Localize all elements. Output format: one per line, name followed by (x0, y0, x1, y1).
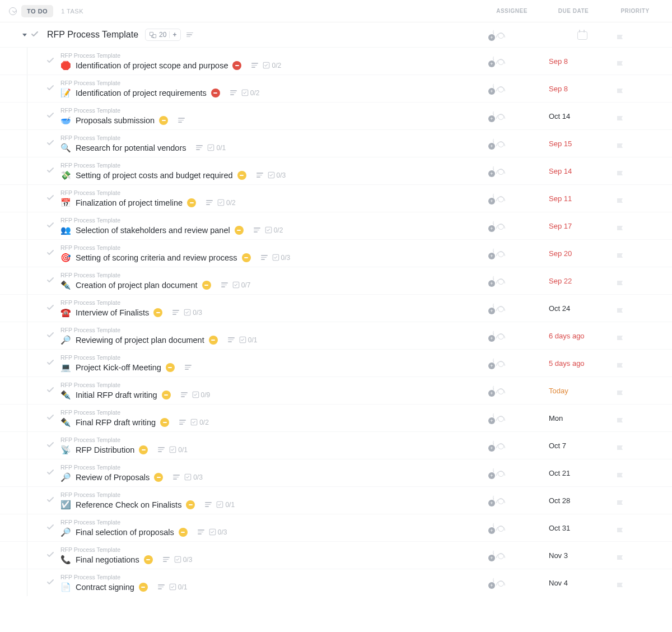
complete-check-icon[interactable] (46, 578, 55, 588)
task-row[interactable]: RFP Process Template ✒️ Creation of proj… (0, 267, 672, 294)
assignee-cell[interactable]: + (493, 551, 549, 560)
assignee-cell[interactable]: + (493, 578, 549, 587)
subtask-count-pill[interactable]: 20 + (145, 29, 181, 41)
description-icon[interactable] (196, 145, 203, 150)
task-row[interactable]: RFP Process Template 🔎 Review of Proposa… (0, 459, 672, 486)
complete-check-icon[interactable] (46, 440, 55, 451)
description-icon[interactable] (181, 392, 188, 397)
task-title[interactable]: Final selection of proposals (76, 528, 174, 537)
checklist-indicator[interactable]: 0/3 (272, 254, 291, 262)
due-date-cell[interactable]: Sep 14 (549, 166, 616, 175)
due-date-cell[interactable]: Sep 8 (549, 84, 616, 93)
complete-check-icon[interactable] (46, 523, 55, 533)
assignee-cell[interactable]: + (493, 304, 549, 313)
complete-check-icon[interactable] (46, 138, 55, 149)
group-due-cell[interactable] (549, 30, 616, 40)
due-date-cell[interactable]: Sep 20 (549, 249, 616, 258)
complete-check-icon[interactable] (46, 193, 55, 204)
checklist-indicator[interactable]: 0/1 (169, 446, 188, 454)
due-date-cell[interactable]: Oct 31 (549, 523, 616, 532)
assignee-placeholder-icon[interactable]: + (493, 221, 494, 231)
assignee-placeholder-icon[interactable]: + (493, 303, 494, 313)
task-row[interactable]: RFP Process Template 📅 Finalization of p… (0, 184, 672, 212)
complete-check-icon[interactable] (46, 56, 55, 67)
due-date-cell[interactable]: Nov 3 (549, 551, 616, 560)
description-icon[interactable] (205, 502, 212, 507)
description-icon[interactable] (186, 32, 193, 38)
assignee-cell[interactable]: + (493, 359, 549, 368)
task-row[interactable]: RFP Process Template 📝 Identification of… (0, 75, 672, 102)
task-row[interactable]: RFP Process Template 🛑 Identification of… (0, 47, 672, 75)
assignee-cell[interactable]: + (493, 84, 549, 93)
task-row[interactable]: RFP Process Template 💸 Setting of projec… (0, 157, 672, 184)
checklist-indicator[interactable]: 0/3 (174, 556, 193, 564)
checklist-indicator[interactable]: 0/1 (169, 583, 188, 591)
task-row[interactable]: RFP Process Template ☑️ Reference Check … (0, 486, 672, 514)
complete-check-icon[interactable] (46, 331, 55, 341)
description-icon[interactable] (256, 173, 263, 178)
due-date-cell[interactable]: Oct 21 (549, 468, 616, 477)
description-icon[interactable] (198, 529, 204, 535)
checklist-indicator[interactable]: 0/1 (239, 336, 258, 344)
description-icon[interactable] (261, 255, 268, 260)
assignee-cell[interactable]: + (493, 166, 549, 175)
task-status-dot[interactable] (232, 61, 241, 70)
column-header-due-date[interactable]: DUE DATE (540, 8, 607, 14)
task-row[interactable]: RFP Process Template 👥 Selection of stak… (0, 212, 672, 239)
task-row[interactable]: RFP Process Template 📄 Contract signing … (0, 569, 672, 596)
due-date-cell[interactable]: Oct 14 (549, 111, 616, 120)
task-status-dot[interactable] (235, 226, 244, 235)
add-subtask-plus[interactable]: + (172, 31, 176, 39)
description-icon[interactable] (230, 90, 237, 95)
checklist-indicator[interactable]: 0/2 (217, 199, 236, 207)
assignee-placeholder-icon[interactable]: + (493, 138, 494, 148)
task-status-dot[interactable] (162, 391, 171, 399)
description-icon[interactable] (251, 63, 258, 68)
task-title[interactable]: Contract signing (76, 583, 134, 592)
due-date-cell[interactable]: Sep 22 (549, 276, 616, 285)
description-icon[interactable] (254, 227, 260, 233)
group-title[interactable]: RFP Process Template (47, 30, 138, 40)
complete-check-icon[interactable] (46, 111, 55, 122)
task-row[interactable]: RFP Process Template ☎️ Interview of Fin… (0, 294, 672, 322)
assignee-placeholder-icon[interactable]: + (493, 193, 494, 203)
assignee-placeholder-icon[interactable]: + (493, 440, 494, 450)
task-status-dot[interactable] (153, 308, 162, 317)
task-row[interactable]: RFP Process Template ✒️ Initial RFP draf… (0, 377, 672, 404)
checklist-indicator[interactable]: 0/1 (216, 501, 235, 509)
assignee-placeholder-icon[interactable]: + (493, 111, 494, 121)
assignee-placeholder-icon[interactable]: + (493, 550, 494, 560)
assignee-placeholder-icon[interactable]: + (493, 166, 494, 176)
task-row[interactable]: RFP Process Template 🎯 Setting of scorin… (0, 239, 672, 267)
task-title[interactable]: Final RFP draft writing (76, 418, 156, 427)
task-status-dot[interactable] (202, 281, 211, 290)
assignee-cell[interactable]: + (493, 194, 549, 203)
task-status-dot[interactable] (166, 363, 175, 372)
due-date-cell[interactable]: Nov 4 (549, 578, 616, 587)
assignee-placeholder-icon[interactable]: + (493, 30, 494, 40)
due-date-cell[interactable]: Sep 8 (549, 57, 616, 66)
complete-check-icon[interactable] (46, 303, 55, 314)
description-icon[interactable] (158, 447, 165, 452)
checklist-indicator[interactable]: 0/2 (241, 89, 260, 97)
task-status-dot[interactable] (144, 555, 153, 564)
assignee-placeholder-icon[interactable]: + (493, 358, 494, 368)
complete-check-icon[interactable] (46, 358, 55, 369)
checklist-indicator[interactable]: 0/3 (268, 171, 286, 179)
due-date-cell[interactable]: Oct 7 (549, 441, 616, 450)
assignee-placeholder-icon[interactable]: + (493, 523, 494, 533)
assignee-placeholder-icon[interactable]: + (493, 495, 494, 505)
column-header-priority[interactable]: PRIORITY (607, 8, 663, 14)
checklist-indicator[interactable]: 0/3 (184, 309, 202, 317)
complete-check-icon[interactable] (46, 385, 55, 396)
complete-check-icon[interactable] (46, 166, 55, 176)
task-title[interactable]: Identification of project scope and purp… (76, 61, 228, 70)
assignee-cell[interactable]: + (493, 468, 549, 477)
task-status-dot[interactable] (242, 253, 251, 262)
assignee-cell[interactable]: + (493, 139, 549, 148)
assignee-placeholder-icon[interactable]: + (493, 83, 494, 94)
task-status-dot[interactable] (154, 473, 163, 482)
task-row[interactable]: RFP Process Template ✒️ Final RFP draft … (0, 404, 672, 431)
task-title[interactable]: Research for potential vendors (76, 143, 186, 152)
description-icon[interactable] (163, 557, 170, 562)
